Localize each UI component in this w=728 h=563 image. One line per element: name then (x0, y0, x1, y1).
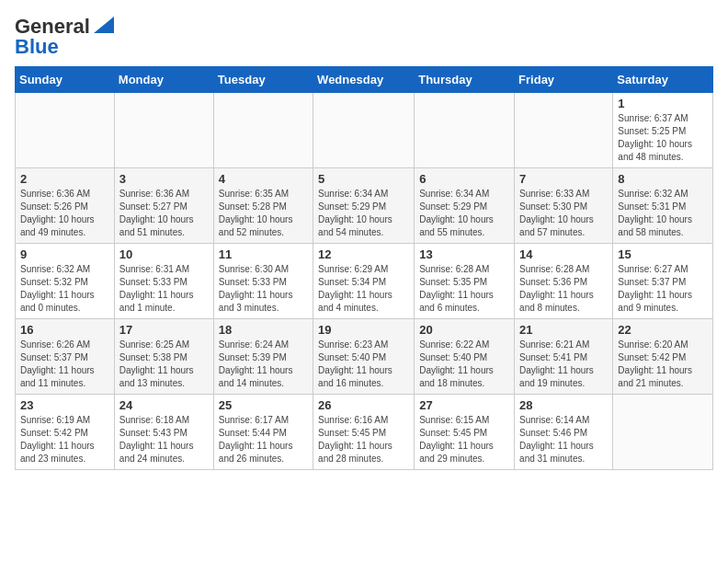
day-info: Sunrise: 6:29 AM Sunset: 5:34 PM Dayligh… (318, 263, 409, 315)
calendar-cell: 13Sunrise: 6:28 AM Sunset: 5:35 PM Dayli… (415, 244, 515, 319)
calendar-cell: 22Sunrise: 6:20 AM Sunset: 5:42 PM Dayli… (613, 319, 713, 395)
day-info: Sunrise: 6:21 AM Sunset: 5:41 PM Dayligh… (519, 339, 608, 390)
calendar-table: SundayMondayTuesdayWednesdayThursdayFrid… (15, 66, 713, 470)
day-number: 12 (318, 247, 409, 261)
calendar-header-row: SundayMondayTuesdayWednesdayThursdayFrid… (16, 67, 713, 93)
day-info: Sunrise: 6:25 AM Sunset: 5:38 PM Dayligh… (119, 339, 209, 390)
calendar-cell: 23Sunrise: 6:19 AM Sunset: 5:42 PM Dayli… (16, 395, 115, 470)
calendar-cell (313, 93, 415, 168)
day-info: Sunrise: 6:28 AM Sunset: 5:36 PM Dayligh… (519, 263, 608, 315)
calendar-cell: 5Sunrise: 6:34 AM Sunset: 5:29 PM Daylig… (313, 168, 415, 244)
col-header-monday: Monday (114, 67, 213, 93)
calendar-cell: 7Sunrise: 6:33 AM Sunset: 5:30 PM Daylig… (515, 168, 613, 244)
day-number: 18 (219, 323, 308, 337)
day-info: Sunrise: 6:20 AM Sunset: 5:42 PM Dayligh… (618, 339, 708, 390)
calendar-cell: 14Sunrise: 6:28 AM Sunset: 5:36 PM Dayli… (515, 244, 613, 319)
logo-icon (94, 17, 114, 33)
calendar-cell (613, 395, 713, 470)
day-number: 11 (219, 247, 308, 261)
logo: General Blue (15, 15, 114, 59)
day-number: 25 (219, 398, 308, 412)
calendar-cell: 10Sunrise: 6:31 AM Sunset: 5:33 PM Dayli… (114, 244, 213, 319)
calendar-cell: 24Sunrise: 6:18 AM Sunset: 5:43 PM Dayli… (114, 395, 213, 470)
day-info: Sunrise: 6:34 AM Sunset: 5:29 PM Dayligh… (419, 188, 509, 239)
week-row-2: 2Sunrise: 6:36 AM Sunset: 5:26 PM Daylig… (16, 168, 713, 244)
page-header: General Blue (15, 15, 713, 59)
day-number: 23 (20, 398, 109, 412)
calendar-cell: 25Sunrise: 6:17 AM Sunset: 5:44 PM Dayli… (213, 395, 313, 470)
day-number: 22 (618, 323, 708, 337)
day-number: 7 (519, 172, 608, 186)
day-info: Sunrise: 6:18 AM Sunset: 5:43 PM Dayligh… (119, 414, 209, 465)
calendar-cell: 19Sunrise: 6:23 AM Sunset: 5:40 PM Dayli… (313, 319, 415, 395)
day-number: 28 (519, 398, 608, 412)
day-info: Sunrise: 6:26 AM Sunset: 5:37 PM Dayligh… (20, 339, 109, 390)
day-number: 15 (618, 247, 708, 261)
svg-marker-0 (94, 17, 114, 33)
day-number: 20 (419, 323, 509, 337)
day-number: 1 (618, 97, 708, 110)
calendar-cell: 17Sunrise: 6:25 AM Sunset: 5:38 PM Dayli… (114, 319, 213, 395)
week-row-3: 9Sunrise: 6:32 AM Sunset: 5:32 PM Daylig… (16, 244, 713, 319)
day-info: Sunrise: 6:35 AM Sunset: 5:28 PM Dayligh… (219, 188, 308, 239)
col-header-wednesday: Wednesday (313, 67, 415, 93)
day-info: Sunrise: 6:36 AM Sunset: 5:26 PM Dayligh… (20, 188, 109, 239)
calendar-cell: 8Sunrise: 6:32 AM Sunset: 5:31 PM Daylig… (613, 168, 713, 244)
day-number: 10 (119, 247, 209, 261)
col-header-saturday: Saturday (613, 67, 713, 93)
calendar-cell (415, 93, 515, 168)
day-number: 4 (219, 172, 308, 186)
week-row-1: 1Sunrise: 6:37 AM Sunset: 5:25 PM Daylig… (16, 93, 713, 168)
logo-blue: Blue (15, 35, 59, 59)
calendar-cell: 18Sunrise: 6:24 AM Sunset: 5:39 PM Dayli… (213, 319, 313, 395)
calendar-cell: 16Sunrise: 6:26 AM Sunset: 5:37 PM Dayli… (16, 319, 115, 395)
calendar-cell: 27Sunrise: 6:15 AM Sunset: 5:45 PM Dayli… (415, 395, 515, 470)
calendar-cell (213, 93, 313, 168)
day-number: 16 (20, 323, 109, 337)
week-row-5: 23Sunrise: 6:19 AM Sunset: 5:42 PM Dayli… (16, 395, 713, 470)
day-number: 5 (318, 172, 409, 186)
calendar-cell: 26Sunrise: 6:16 AM Sunset: 5:45 PM Dayli… (313, 395, 415, 470)
day-number: 2 (20, 172, 109, 186)
day-info: Sunrise: 6:24 AM Sunset: 5:39 PM Dayligh… (219, 339, 308, 390)
day-number: 3 (119, 172, 209, 186)
calendar-cell: 3Sunrise: 6:36 AM Sunset: 5:27 PM Daylig… (114, 168, 213, 244)
day-info: Sunrise: 6:32 AM Sunset: 5:31 PM Dayligh… (618, 188, 708, 239)
calendar-cell: 2Sunrise: 6:36 AM Sunset: 5:26 PM Daylig… (16, 168, 115, 244)
day-info: Sunrise: 6:22 AM Sunset: 5:40 PM Dayligh… (419, 339, 509, 390)
calendar-cell (114, 93, 213, 168)
day-number: 19 (318, 323, 409, 337)
day-number: 24 (119, 398, 209, 412)
col-header-sunday: Sunday (16, 67, 115, 93)
calendar-cell: 1Sunrise: 6:37 AM Sunset: 5:25 PM Daylig… (613, 93, 713, 168)
calendar-cell: 6Sunrise: 6:34 AM Sunset: 5:29 PM Daylig… (415, 168, 515, 244)
calendar-cell: 28Sunrise: 6:14 AM Sunset: 5:46 PM Dayli… (515, 395, 613, 470)
day-number: 9 (20, 247, 109, 261)
day-number: 6 (419, 172, 509, 186)
day-info: Sunrise: 6:31 AM Sunset: 5:33 PM Dayligh… (119, 263, 209, 315)
day-number: 26 (318, 398, 409, 412)
day-number: 14 (519, 247, 608, 261)
day-info: Sunrise: 6:27 AM Sunset: 5:37 PM Dayligh… (618, 263, 708, 315)
calendar-cell: 4Sunrise: 6:35 AM Sunset: 5:28 PM Daylig… (213, 168, 313, 244)
day-info: Sunrise: 6:33 AM Sunset: 5:30 PM Dayligh… (519, 188, 608, 239)
calendar-cell: 21Sunrise: 6:21 AM Sunset: 5:41 PM Dayli… (515, 319, 613, 395)
day-number: 27 (419, 398, 509, 412)
calendar-cell: 9Sunrise: 6:32 AM Sunset: 5:32 PM Daylig… (16, 244, 115, 319)
day-info: Sunrise: 6:37 AM Sunset: 5:25 PM Dayligh… (618, 112, 708, 164)
day-number: 8 (618, 172, 708, 186)
calendar-cell (16, 93, 115, 168)
day-info: Sunrise: 6:17 AM Sunset: 5:44 PM Dayligh… (219, 414, 308, 465)
day-info: Sunrise: 6:34 AM Sunset: 5:29 PM Dayligh… (318, 188, 409, 239)
calendar-cell (515, 93, 613, 168)
col-header-thursday: Thursday (415, 67, 515, 93)
day-info: Sunrise: 6:16 AM Sunset: 5:45 PM Dayligh… (318, 414, 409, 465)
day-info: Sunrise: 6:36 AM Sunset: 5:27 PM Dayligh… (119, 188, 209, 239)
calendar-cell: 15Sunrise: 6:27 AM Sunset: 5:37 PM Dayli… (613, 244, 713, 319)
day-number: 21 (519, 323, 608, 337)
week-row-4: 16Sunrise: 6:26 AM Sunset: 5:37 PM Dayli… (16, 319, 713, 395)
day-info: Sunrise: 6:19 AM Sunset: 5:42 PM Dayligh… (20, 414, 109, 465)
day-number: 13 (419, 247, 509, 261)
col-header-tuesday: Tuesday (213, 67, 313, 93)
calendar-cell: 11Sunrise: 6:30 AM Sunset: 5:33 PM Dayli… (213, 244, 313, 319)
